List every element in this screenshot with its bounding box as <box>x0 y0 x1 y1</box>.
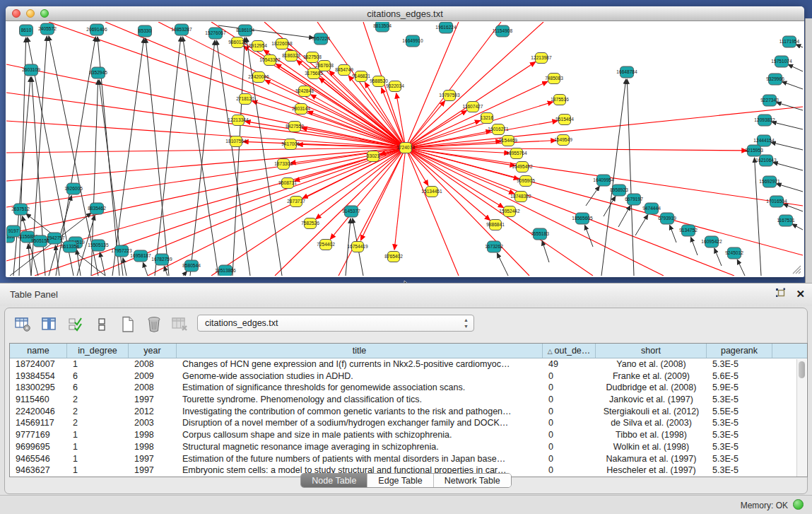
table-row[interactable]: 1872400712008Changes of HCN gene express… <box>10 358 807 370</box>
graph-node[interactable]: 16649910 <box>402 35 423 47</box>
network-graph[interactable]: 1724074861024055722069140685330108532871… <box>6 22 803 276</box>
tab-edge-table[interactable]: Edge Table <box>367 474 433 487</box>
cell-year[interactable]: 1997 <box>129 453 177 465</box>
graph-node[interactable]: 9197 <box>7 226 20 237</box>
graph-node[interactable]: 2405572 <box>38 23 57 35</box>
graph-node[interactable]: 16782759 <box>151 254 172 265</box>
column-header-pagerank[interactable]: pagerank <box>707 344 772 358</box>
graph-edge[interactable] <box>406 148 803 255</box>
column-header-in_degree[interactable]: in_degree <box>67 344 129 358</box>
graph-node[interactable]: 85330 <box>139 25 152 37</box>
cell-title[interactable]: Disruption of a novel member of a sodium… <box>177 417 543 429</box>
graph-node[interactable]: 9134752 <box>679 225 698 236</box>
cell-out_degree[interactable]: 0 <box>543 382 596 394</box>
cell-year[interactable]: 2012 <box>129 406 177 418</box>
graph-node[interactable]: 7485083 <box>545 74 563 84</box>
graph-node[interactable]: 9322034 <box>386 81 404 92</box>
graph-edge[interactable] <box>394 148 406 250</box>
graph-node[interactable]: 9329966 <box>766 74 784 85</box>
graph-edge[interactable] <box>755 158 761 276</box>
graph-node[interactable]: 9245012 <box>725 247 743 259</box>
graph-edge[interactable] <box>6 148 406 153</box>
network-window-titlebar[interactable]: citations_edges.txt <box>6 6 804 21</box>
cell-title[interactable]: Genome-wide association studies in ADHD. <box>177 370 543 382</box>
cell-short[interactable]: Yano et al. (2008) <box>596 358 707 370</box>
network-table-selector[interactable]: citations_edges.txt ▲▼ <box>197 315 474 332</box>
table-row[interactable]: 946554611997Estimation of the future num… <box>10 453 807 465</box>
close-panel-button[interactable]: ✕ <box>796 288 805 299</box>
graph-edge[interactable] <box>190 40 215 276</box>
cell-year[interactable]: 1998 <box>129 429 177 441</box>
scrollbar-thumb[interactable] <box>799 361 805 378</box>
graph-edge[interactable] <box>55 245 59 276</box>
cell-out_degree[interactable]: 0 <box>543 406 596 418</box>
graph-node[interactable]: 16409954 <box>593 175 614 186</box>
cell-out_degree[interactable]: 0 <box>543 370 596 382</box>
graph-edge[interactable] <box>585 225 593 247</box>
cell-out_degree[interactable]: 0 <box>543 429 596 441</box>
graph-node[interactable]: 9827508 <box>303 52 322 63</box>
rows-button[interactable] <box>92 315 112 334</box>
graph-edge[interactable] <box>542 241 549 262</box>
table-vertical-scrollbar[interactable] <box>796 359 806 477</box>
cell-short[interactable]: Tibbo et al. (1998) <box>596 429 707 441</box>
graph-node[interactable]: 7655183 <box>531 228 549 240</box>
graph-edge[interactable] <box>316 148 406 219</box>
graph-node[interactable]: 18748392 <box>510 192 531 202</box>
resize-grip[interactable] <box>792 264 801 274</box>
graph-node[interactable]: 16210643 <box>755 155 777 166</box>
cell-name[interactable]: 9699695 <box>10 441 67 453</box>
float-panel-button[interactable] <box>775 288 786 300</box>
graph-edge[interactable] <box>406 148 734 276</box>
graph-node[interactable]: 8454749 <box>335 65 353 76</box>
graph-node[interactable]: 9095905 <box>517 176 535 187</box>
graph-node[interactable]: 19616224 <box>435 22 457 33</box>
graph-edge[interactable] <box>146 38 169 276</box>
graph-node[interactable]: 16958187 <box>130 250 151 262</box>
graph-node[interactable]: 8765402 <box>384 252 403 262</box>
graph-edge[interactable] <box>123 258 126 276</box>
table-row[interactable]: 2242004622012Investigating the contribut… <box>10 406 807 418</box>
cell-pagerank[interactable]: 5.3E-5 <box>707 417 772 429</box>
column-header-short[interactable]: short <box>596 344 707 358</box>
graph-node[interactable]: 18955764 <box>506 148 527 159</box>
graph-node[interactable]: 8215953 <box>745 145 763 156</box>
graph-edge[interactable] <box>690 237 698 255</box>
column-header-title[interactable]: title <box>177 344 543 358</box>
column-checks-button[interactable] <box>66 315 86 334</box>
cell-title[interactable]: Corpus callosum shape and size in male p… <box>177 429 543 441</box>
graph-node[interactable]: 1549549 <box>554 135 572 146</box>
graph-node[interactable]: 7957224 <box>312 33 330 45</box>
graph-edge[interactable] <box>670 225 676 243</box>
cell-name[interactable]: 9115460 <box>10 394 67 406</box>
cell-in_degree[interactable]: 2 <box>67 394 129 406</box>
graph-node[interactable]: 10543362 <box>259 55 281 66</box>
graph-edge[interactable] <box>792 224 803 230</box>
cell-title[interactable]: Estimation of significance thresholds fo… <box>177 382 543 394</box>
graph-node[interactable]: 18107554 <box>225 136 247 147</box>
graph-node[interactable]: 1673262 <box>485 241 503 252</box>
graph-edge[interactable] <box>796 45 803 47</box>
graph-node[interactable]: 9515464 <box>555 115 574 125</box>
table-settings-button[interactable] <box>13 315 33 334</box>
cell-name[interactable]: 18300295 <box>10 382 67 394</box>
cell-in_degree[interactable]: 6 <box>67 382 129 394</box>
graph-edge[interactable] <box>183 271 187 276</box>
graph-node[interactable]: 8580544 <box>182 260 201 271</box>
graph-node[interactable]: 15952442 <box>499 206 520 217</box>
cell-in_degree[interactable]: 1 <box>67 429 129 441</box>
graph-edge[interactable] <box>406 107 803 148</box>
graph-edge[interactable] <box>497 253 508 276</box>
cell-short[interactable]: Jankovic et al. (1997) <box>596 394 707 406</box>
cell-pagerank[interactable]: 5.6E-5 <box>707 370 772 382</box>
graph-edge[interactable] <box>112 38 144 276</box>
graph-node[interactable]: 16754419 <box>347 242 368 252</box>
trash-button[interactable] <box>144 315 164 334</box>
graph-node[interactable]: 9146821 <box>352 71 370 82</box>
graph-edge[interactable] <box>155 37 181 276</box>
cell-out_degree[interactable]: 49 <box>543 358 596 370</box>
cell-year[interactable]: 2003 <box>129 417 177 429</box>
cell-year[interactable]: 2008 <box>129 358 177 370</box>
graph-node[interactable]: 9474444 <box>642 203 661 214</box>
graph-edge[interactable] <box>76 250 81 276</box>
